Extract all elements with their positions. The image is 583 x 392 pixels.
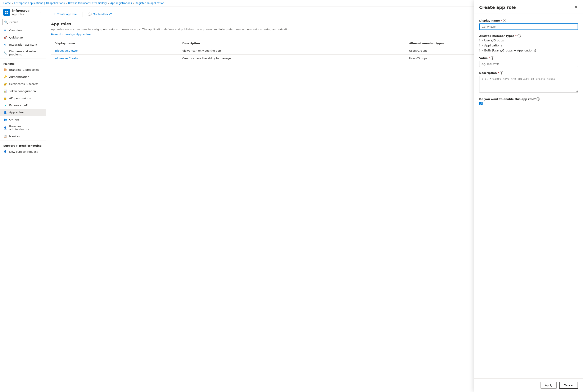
svg-rect-3: [7, 12, 8, 14]
sidebar-item-branding[interactable]: 🎨 Branding & properties: [0, 66, 46, 73]
panel-header: Create app role ×: [474, 0, 583, 14]
required-star-2: *: [515, 34, 517, 38]
branding-icon: 🎨: [3, 68, 7, 72]
cell-display-name: Infoveave.Creator: [51, 54, 179, 62]
app-icon: [3, 9, 10, 16]
value-info-icon: i: [491, 56, 494, 60]
svg-rect-2: [5, 12, 7, 14]
value-input[interactable]: [479, 61, 578, 67]
sidebar-item-diagnose[interactable]: 🔧 Diagnose and solve problems: [0, 48, 46, 58]
cert-icon: 🔐: [3, 82, 7, 86]
enable-checkbox-row: [479, 102, 578, 105]
col-description: Description: [179, 40, 406, 47]
sidebar-item-roles-admin[interactable]: 👤 Roles and administrators: [0, 123, 46, 132]
sidebar-page-label: App roles: [12, 13, 30, 16]
search-icon: 🔍: [4, 20, 8, 24]
sidebar-item-expose-api[interactable]: ☁ Expose an API: [0, 102, 46, 109]
support-icon: 👤: [3, 150, 7, 154]
required-star-3: *: [489, 56, 490, 60]
toolbar-divider: [82, 12, 83, 17]
sidebar-item-authentication[interactable]: 🔑 Authentication: [0, 73, 46, 80]
sidebar-item-integration[interactable]: ⚙ Integration assistant: [0, 41, 46, 48]
how-link[interactable]: How do I assign App roles: [51, 33, 91, 36]
cancel-button[interactable]: Cancel: [559, 382, 578, 389]
sidebar-item-certificates[interactable]: 🔐 Certificates & secrets: [0, 80, 46, 88]
sidebar: Infoveave App roles « 🔍 ⊞ Overview 🚀 Qui…: [0, 6, 46, 392]
cell-display-name: Infoveave.Viewer: [51, 47, 179, 54]
sidebar-item-manifest[interactable]: 📋 Manifest: [0, 132, 46, 140]
owners-icon: 👥: [3, 118, 7, 121]
breadcrumb-home[interactable]: Home: [3, 2, 11, 4]
feedback-icon: 💬: [88, 12, 92, 16]
display-name-group: Display name * i: [479, 19, 578, 30]
required-star-4: *: [498, 71, 499, 74]
enable-checkbox[interactable]: [479, 102, 482, 105]
overview-icon: ⊞: [3, 28, 7, 32]
cell-description: Viewer can only see the app: [179, 47, 406, 54]
panel-body: Display name * i Allowed member types * …: [474, 14, 583, 378]
radio-users-groups[interactable]: Users/Groups: [479, 39, 578, 42]
feedback-button[interactable]: 💬 Got feedback?: [86, 11, 114, 17]
panel-footer: Apply Cancel: [474, 378, 583, 392]
support-label: Support + Troubleshooting: [0, 142, 46, 148]
value-label: Value * i: [479, 56, 578, 60]
integration-icon: ⚙: [3, 43, 7, 46]
collapse-button[interactable]: «: [39, 10, 43, 15]
value-group: Value * i: [479, 56, 578, 67]
enable-info-icon: i: [536, 97, 540, 100]
display-name-info-icon: i: [503, 19, 506, 22]
panel-close-button[interactable]: ×: [574, 4, 578, 10]
plus-icon: +: [53, 12, 56, 16]
display-name-label: Display name * i: [479, 19, 578, 22]
diagnose-icon: 🔧: [3, 51, 7, 55]
radio-applications[interactable]: Applications: [479, 44, 578, 47]
manage-label: Manage: [0, 60, 46, 66]
description-info-icon: i: [500, 71, 503, 74]
approles-icon: 👤: [3, 110, 7, 114]
sidebar-item-app-roles[interactable]: 👤 App roles: [0, 109, 46, 116]
required-star: *: [501, 19, 502, 22]
sidebar-item-token[interactable]: 📊 Token configuration: [0, 88, 46, 94]
search-container: 🔍: [3, 19, 43, 25]
radio-both-input[interactable]: [479, 49, 482, 52]
description-label: Description * i: [479, 71, 578, 74]
roles-icon: 👤: [3, 126, 7, 130]
member-types-group: Allowed member types * i Users/Groups Ap…: [479, 34, 578, 52]
svg-rect-1: [7, 11, 8, 12]
breadcrumb-gallery[interactable]: Browse Microsoft Entra Gallery: [68, 2, 107, 4]
member-types-label: Allowed member types * i: [479, 34, 578, 38]
breadcrumb-app-reg[interactable]: App registrations: [110, 2, 132, 4]
radio-applications-input[interactable]: [479, 44, 482, 47]
apply-button[interactable]: Apply: [540, 382, 557, 389]
quickstart-icon: 🚀: [3, 36, 7, 39]
radio-both[interactable]: Both (Users/Groups + Applications): [479, 49, 578, 52]
token-icon: 📊: [3, 89, 7, 93]
api-icon: 🔒: [3, 96, 7, 100]
breadcrumb-enterprise[interactable]: Enterprise applications | All applicatio…: [14, 2, 65, 4]
enable-group: Do you want to enable this app role? i: [479, 97, 578, 105]
role-link[interactable]: Infoveave.Viewer: [55, 49, 78, 52]
create-app-role-panel: Create app role × Display name * i Allow…: [474, 0, 583, 392]
member-types-radio-group: Users/Groups Applications Both (Users/Gr…: [479, 39, 578, 52]
sidebar-item-support[interactable]: 👤 New support request: [0, 148, 46, 155]
svg-rect-0: [5, 11, 7, 12]
create-app-role-button[interactable]: + Create app role: [51, 11, 79, 18]
display-name-input[interactable]: [479, 24, 578, 30]
panel-title: Create app role: [479, 5, 516, 10]
breadcrumb-register[interactable]: Register an application: [135, 2, 164, 4]
enable-label: Do you want to enable this app role? i: [479, 97, 578, 100]
manifest-icon: 📋: [3, 134, 7, 138]
col-display-name: Display name: [51, 40, 179, 47]
radio-users-groups-input[interactable]: [479, 39, 482, 42]
sidebar-item-quickstart[interactable]: 🚀 Quickstart: [0, 34, 46, 41]
description-group: Description * i: [479, 71, 578, 93]
description-input[interactable]: [479, 76, 578, 92]
expose-icon: ☁: [3, 103, 7, 107]
sidebar-item-owners[interactable]: 👥 Owners: [0, 116, 46, 123]
search-input[interactable]: [3, 19, 43, 25]
sidebar-item-api[interactable]: 🔒 API permissions: [0, 94, 46, 102]
auth-icon: 🔑: [3, 75, 7, 79]
sidebar-app-name: Infoveave: [12, 9, 30, 13]
sidebar-item-overview[interactable]: ⊞ Overview: [0, 27, 46, 34]
role-link[interactable]: Infoveave.Creator: [55, 57, 79, 60]
